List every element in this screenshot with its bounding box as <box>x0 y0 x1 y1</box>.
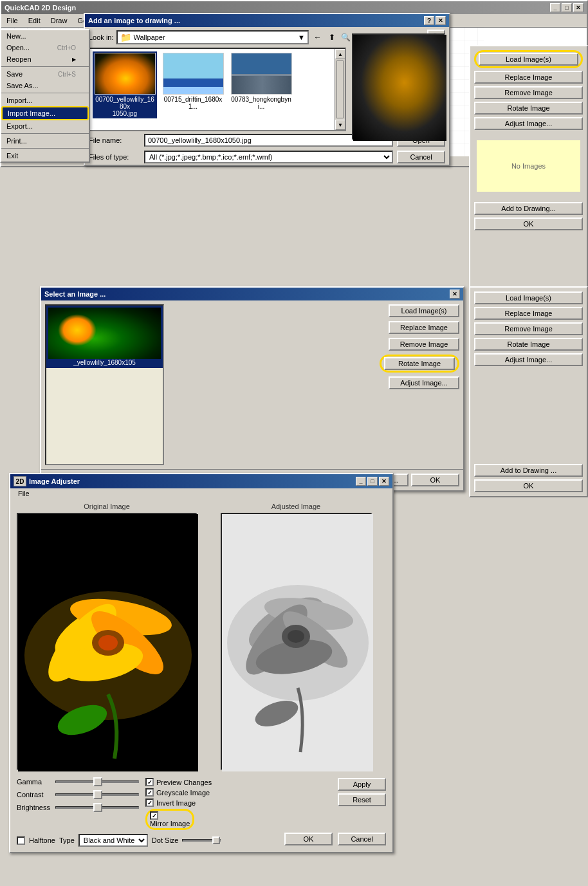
file-list-area[interactable]: 00700_yellowlilly_1680x1050.jpg 00715_dr… <box>89 48 346 131</box>
menu-item-reopen[interactable]: Reopen ▶ <box>1 53 89 65</box>
mirror-highlight: Mirror Image <box>145 809 194 830</box>
menu-file[interactable]: File <box>1 15 23 26</box>
image-list-item-1[interactable]: _yellowlilly_1680x105 <box>46 306 163 368</box>
select-image-close[interactable]: ✕ <box>450 290 460 299</box>
invert-checkbox[interactable] <box>145 798 154 807</box>
menu-item-import[interactable]: Import... <box>1 95 89 106</box>
gamma-thumb[interactable] <box>93 777 102 786</box>
dotsize-thumb[interactable] <box>212 836 220 844</box>
adjuster-menu-file[interactable]: File <box>13 488 35 499</box>
svg-point-19 <box>288 630 304 643</box>
menu-item-exit[interactable]: Exit <box>1 150 89 162</box>
ssp-adjust-btn[interactable]: Adjust Image... <box>474 353 583 366</box>
filetype-label: Files of type: <box>89 153 140 161</box>
folder-combo[interactable]: 📁 Wallpaper ▼ <box>116 30 309 44</box>
greyscale-checkbox[interactable] <box>145 788 154 797</box>
ssp-replace-btn[interactable]: Replace Image <box>474 307 583 320</box>
adjust-image-btn[interactable]: Adjust Image... <box>474 117 583 130</box>
adjuster-icon: 2D <box>14 476 26 486</box>
gamma-track[interactable] <box>55 780 139 783</box>
adjuster-content: Original Image <box>10 499 392 774</box>
look-in-label: Look in: <box>89 33 114 41</box>
file-thumb-2 <box>163 53 224 95</box>
menu-item-save-label: Save <box>6 70 23 78</box>
adjuster-ok-btn[interactable]: OK <box>284 833 333 845</box>
contrast-thumb[interactable] <box>93 790 102 799</box>
select-image-dialog: Select an Image ... ✕ _yellowlilly_1680x… <box>40 286 464 492</box>
file-dialog-close[interactable]: ✕ <box>436 16 446 25</box>
menu-item-save[interactable]: Save Ctrl+S <box>1 68 89 80</box>
gamma-label: Gamma <box>17 778 55 786</box>
search-icon[interactable]: 🔍 <box>340 31 353 44</box>
reset-button[interactable]: Reset <box>338 793 386 806</box>
side-ok-btn[interactable]: OK <box>474 217 583 230</box>
adjuster-min-btn[interactable]: _ <box>356 477 366 486</box>
cancel-button[interactable]: Cancel <box>397 151 445 163</box>
menu-item-import-image[interactable]: Import Image... <box>1 106 89 120</box>
apply-button[interactable]: Apply <box>338 778 386 791</box>
svg-point-9 <box>98 635 118 651</box>
no-images-area: No Images <box>477 140 580 192</box>
rotate-image-btn[interactable]: Rotate Image <box>474 102 583 115</box>
halftone-label: Halftone <box>29 836 55 844</box>
ssp-add-btn[interactable]: Add to Drawing ... <box>474 464 583 477</box>
scroll-down[interactable]: ▼ <box>335 120 345 130</box>
greyscale-row: Greyscale Image <box>145 788 212 797</box>
menu-item-new[interactable]: New... <box>1 30 89 42</box>
si-replace-btn[interactable]: Replace Image <box>389 321 459 334</box>
mirror-checkbox[interactable] <box>150 811 158 820</box>
adjuster-cancel-btn[interactable]: Cancel <box>338 833 386 845</box>
adjuster-close-btn[interactable]: ✕ <box>379 477 389 486</box>
menu-item-open[interactable]: Open... Ctrl+O <box>1 42 89 53</box>
file-thumb-1 <box>95 53 156 95</box>
menu-edit[interactable]: Edit <box>23 15 46 26</box>
ssp-remove-btn[interactable]: Remove Image <box>474 322 583 335</box>
si-ok-btn[interactable]: OK <box>411 474 459 486</box>
replace-image-btn[interactable]: Replace Image <box>474 71 583 84</box>
ssp-rotate-btn[interactable]: Rotate Image <box>474 338 583 351</box>
menu-item-saveas-label: Save As... <box>6 82 39 89</box>
preview-label: Preview Changes <box>156 779 212 786</box>
file-item-3[interactable]: 00783_hongkongbyni... <box>229 51 293 118</box>
si-rotate-btn[interactable]: Rotate Image <box>384 357 455 370</box>
file-label-3: 00783_hongkongbyni... <box>230 96 292 110</box>
minimize-button[interactable]: _ <box>550 3 560 12</box>
menu-item-saveas[interactable]: Save As... <box>1 80 89 91</box>
si-remove-btn[interactable]: Remove Image <box>389 338 459 351</box>
brightness-thumb[interactable] <box>93 803 102 812</box>
file-item-1[interactable]: 00700_yellowlilly_1680x1050.jpg <box>93 51 157 118</box>
maximize-button[interactable]: □ <box>562 3 572 12</box>
remove-image-btn[interactable]: Remove Image <box>474 86 583 99</box>
brightness-track[interactable] <box>55 806 139 809</box>
ssp-load-btn[interactable]: Load Image(s) <box>474 291 583 304</box>
close-button[interactable]: ✕ <box>573 3 583 12</box>
file-item-2[interactable]: 00715_driftin_1680x1... <box>161 51 225 118</box>
scroll-thumb[interactable] <box>336 60 344 118</box>
preview-checkbox[interactable] <box>145 778 154 786</box>
filetype-select[interactable]: All (*.jpg;*.jpeg;*.bmp;*.ico;*.emf;*.wm… <box>144 151 393 163</box>
add-to-drawing-btn[interactable]: Add to Drawing... <box>474 202 583 215</box>
si-load-btn[interactable]: Load Image(s) <box>389 304 459 317</box>
menu-item-export[interactable]: Export... <box>1 120 89 132</box>
greyscale-label: Greyscale Image <box>156 789 210 797</box>
ssp-ok-btn[interactable]: OK <box>474 479 583 492</box>
menu-draw[interactable]: Draw <box>46 15 73 26</box>
controls-area: Gamma Contrast Brightness <box>10 774 392 852</box>
si-adjust-btn[interactable]: Adjust Image... <box>389 376 459 389</box>
halftone-checkbox[interactable] <box>17 836 25 845</box>
up-icon[interactable]: ⬆ <box>326 31 338 44</box>
type-select[interactable]: Black and White <box>78 834 148 847</box>
adjuster-max-btn[interactable]: □ <box>367 477 378 486</box>
scrollbar-v[interactable]: ▲ ▼ <box>335 49 345 130</box>
select-image-title: Select an Image ... <box>44 290 450 298</box>
menu-item-print[interactable]: Print... <box>1 135 89 147</box>
scroll-up[interactable]: ▲ <box>335 49 345 59</box>
help-button[interactable]: ? <box>424 16 434 25</box>
adj-flower-svg <box>222 514 373 771</box>
load-images-btn[interactable]: Load Image(s) <box>479 53 578 66</box>
menu-divider-4 <box>1 148 89 149</box>
dotsize-slider[interactable] <box>182 839 221 842</box>
back-icon[interactable]: ← <box>311 31 324 44</box>
contrast-track[interactable] <box>55 793 139 796</box>
menu-item-new-label: New... <box>6 32 26 40</box>
